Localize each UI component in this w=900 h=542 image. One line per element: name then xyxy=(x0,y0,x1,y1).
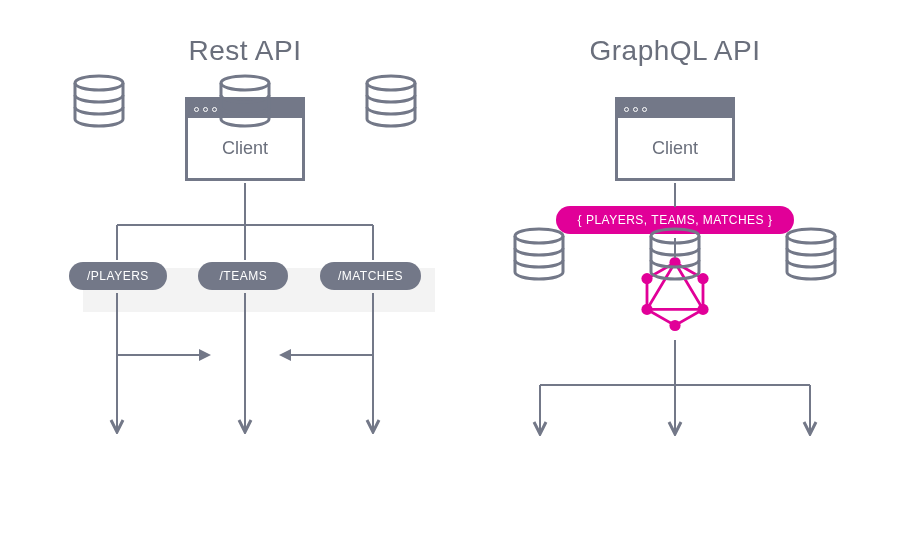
graphql-db-row xyxy=(485,226,865,282)
svg-point-6 xyxy=(221,76,269,90)
svg-point-5 xyxy=(75,76,123,90)
rest-column: Rest API Client /PLAYERS /TEAMS /MATCHES xyxy=(35,0,455,181)
endpoint-matches: /MATCHES xyxy=(320,262,421,290)
svg-point-7 xyxy=(367,76,415,90)
graphql-column: GraphQL API Client { PLAYERS, TEAMS, MAT… xyxy=(485,0,865,334)
endpoint-players: /PLAYERS xyxy=(69,262,167,290)
svg-point-21 xyxy=(787,229,835,243)
database-icon xyxy=(215,73,275,129)
database-icon xyxy=(509,226,569,282)
database-icon xyxy=(645,226,705,282)
database-icon xyxy=(361,73,421,129)
endpoint-teams: /TEAMS xyxy=(198,262,288,290)
rest-db-row xyxy=(35,73,455,129)
svg-point-20 xyxy=(651,229,699,243)
database-icon xyxy=(781,226,841,282)
database-icon xyxy=(69,73,129,129)
svg-point-19 xyxy=(515,229,563,243)
rest-endpoints-row: /PLAYERS /TEAMS /MATCHES xyxy=(35,262,455,290)
